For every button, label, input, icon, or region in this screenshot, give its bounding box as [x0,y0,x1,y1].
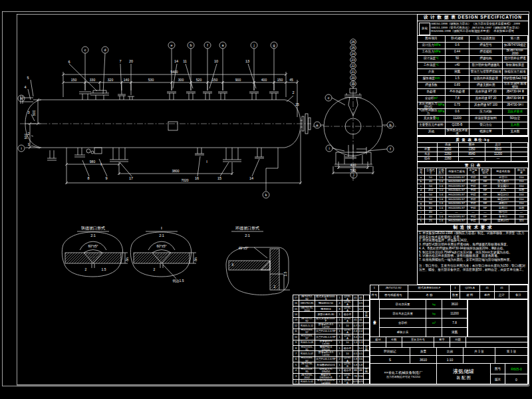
svg-text:2:1: 2:1 [90,233,96,237]
svg-text:150: 150 [277,78,283,82]
table-cell: 450 [425,189,437,194]
table-cell: 见图 [515,206,528,211]
svg-text:2: 2 [154,267,156,271]
company-cell: ××省化工机械设备制造厂压力容器制造许可证 TS2210 [370,364,437,384]
table-cell: 除注明外全焊透 [503,56,528,63]
table-cell [364,374,370,379]
svg-text:9: 9 [105,176,107,180]
design-table-standards: 质检GB150-1998《钢制压力容器》 《压力容器安全技术监察规程》-1999… [418,21,528,36]
svg-text:530: 530 [148,78,154,82]
param-unit: kg [426,300,442,309]
svg-text:500: 500 [32,110,36,116]
table-cell: 11200 [446,116,469,122]
table-cell: HG20601-97 [446,189,467,194]
table-cell: 4 [293,368,299,374]
table-cell: 化605-5-12 [299,323,315,329]
svg-text:25: 25 [351,47,355,50]
table-cell: 化605-5-07 [299,351,315,356]
table-cell: 公称尺寸 [425,168,437,176]
version-value: 0 [505,374,528,384]
table-cell: 1.6 [437,198,446,202]
param-label: 全容积 [380,319,426,328]
drawing-annotations: cdebfajghikcebifi26252423222120196720543… [18,39,394,289]
table-cell: RF [479,202,491,207]
table-cell: 主要受压元件材料 [418,122,446,129]
table-cell: 方法 比例% 标准 级别 [503,82,528,89]
table-cell: 5.1 [358,346,364,351]
stage-label: 比例 [437,348,464,356]
mass-table-title: 质 量 表 单位:kg [418,137,528,143]
revision-cell [434,342,450,348]
table-cell: 液位计口 [491,193,515,198]
table-cell: 出料口 [491,206,515,211]
table-cell: JB4730-94 Ⅰ [503,102,528,109]
param-unit: m³ [426,319,442,328]
table-cell: 见技术要求 [503,109,528,116]
table-cell: 补强圈dN450×6 [315,362,337,368]
table-cell [364,301,370,306]
table-cell: 件号 [370,292,379,299]
drawing-title: 液氨储罐 [453,368,474,375]
table-cell: b [418,180,425,185]
table-cell: 50 [446,56,469,63]
table-cell: 10 [342,351,353,356]
table-cell: 按本图及技术要求 [446,129,469,136]
svg-text:150: 150 [212,78,218,82]
stage-value: S [370,356,410,364]
table-cell: 80 [425,202,437,207]
table-cell: 0.75 [446,102,469,109]
table-cell: 3.4 [358,334,364,340]
table-cell: 焊缝结构 [469,56,503,63]
param-value: 3610 [442,300,467,309]
svg-text:320: 320 [108,78,114,82]
svg-text:2: 2 [85,267,87,271]
table-cell: Q235-A [460,285,480,292]
table-cell [358,312,364,317]
table-cell: 平焊 [467,193,479,198]
revision-label: 签字 [434,337,450,342]
svg-text:δ: δ [232,263,234,267]
svg-text:k: k [265,193,267,197]
svg-text:25: 25 [295,102,299,106]
drawing-subtitle: 装 配 图 [456,375,470,381]
table-cell: 压力试验 [469,109,503,116]
table-cell: 气密性试验压力 MPa [418,109,446,116]
table-cell: 41 [495,285,509,292]
table-cell: 88 [358,368,364,374]
table-cell: 7 [293,351,299,356]
table-cell: 螺栓M16×50 [315,301,337,306]
svg-text:1: 1 [27,142,29,146]
table-cell [364,362,370,368]
svg-text:1.5: 1.5 [102,267,106,271]
table-cell: 用途或名称 [491,168,515,176]
svg-text:钝边1.5: 钝边1.5 [173,279,184,283]
svg-text:6: 6 [68,60,70,64]
revision-cell [386,342,402,348]
svg-text:20: 20 [351,76,355,80]
svg-text:8: 8 [87,176,89,180]
table-cell: 接管φ57×3.5 L=150 [315,323,337,329]
table-cell: 人孔 [491,189,515,194]
svg-text:430: 430 [350,163,356,167]
table-cell: 化605-5-02 [299,380,315,384]
table-cell: 150 [515,176,528,180]
table-cell: 4 [337,301,342,306]
svg-text:c: c [328,96,330,100]
table-cell: HG20593-97 [446,198,467,202]
svg-text:b: b [389,123,391,127]
table-cell: 平焊 [467,198,479,202]
table-cell: 除注明外角焊缝腰高 [469,63,503,69]
table-cell [353,312,358,317]
table-cell: HG20593-97 [446,219,467,224]
svg-text:2:1: 2:1 [245,233,250,237]
table-cell: 1.6 [437,219,446,224]
table-cell: 41 [480,285,495,292]
table-cell: 其余焊缝 MT 100 [469,102,503,109]
table-cell: 1 [337,295,342,301]
table-cell: 平焊 [467,215,479,219]
table-cell: 1 [337,329,342,334]
mass-table: 质 量 表 单位:kg壳体附件总计空重226013503610充水2260894… [417,136,529,162]
table-cell: 见本图 [503,129,528,136]
param-value: 11200 [442,309,467,319]
drawing-no-label: 图号 [491,364,505,374]
